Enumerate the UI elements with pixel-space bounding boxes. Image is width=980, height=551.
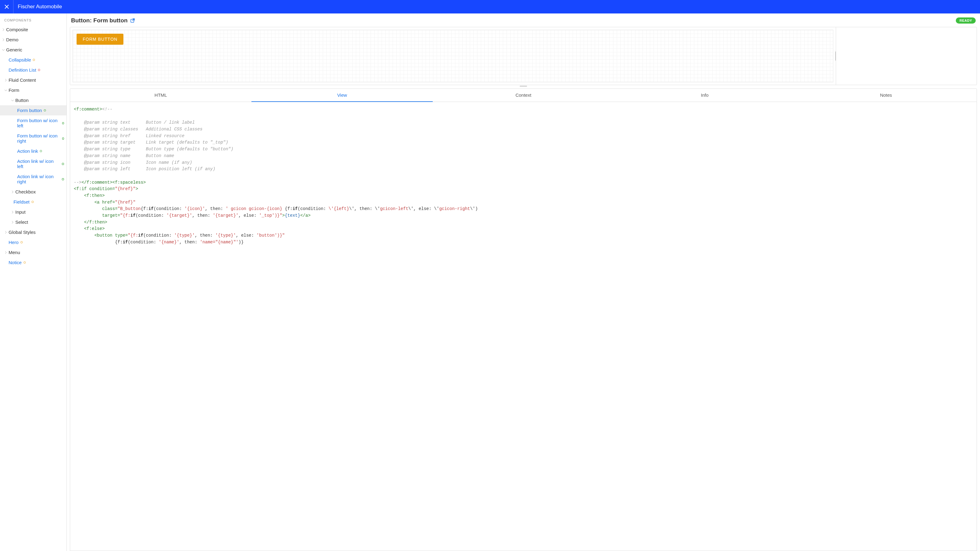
code-token: <a (74, 200, 100, 205)
sidebar-item-action-link[interactable]: Action link (0, 146, 67, 156)
sidebar-item-hero[interactable]: Hero (0, 237, 67, 247)
sidebar-item-form-button-icon-left[interactable]: Form button w/ icon left (0, 115, 67, 131)
code-token: {text} (285, 213, 300, 218)
code-token: , else: (239, 213, 259, 218)
sidebar-item-label: Generic (6, 47, 22, 52)
external-link-icon[interactable] (130, 18, 135, 23)
code-token: 'name="{name}"' (200, 240, 239, 245)
code-token: , then: (195, 233, 215, 238)
sidebar-item-label: Fieldset (13, 199, 30, 205)
code-token: (condition: (128, 240, 159, 245)
sidebar-item-form-button-icon-right[interactable]: Form button w/ icon right (0, 131, 67, 146)
code-token: 'button' (257, 233, 277, 238)
code-token: > (136, 186, 138, 191)
sidebar-item-label: Collapsible (9, 57, 31, 62)
preview-side-panel (836, 27, 977, 85)
code-token: </f:then> (74, 220, 107, 225)
status-dot-icon (44, 109, 46, 111)
code-token: if (123, 240, 128, 245)
chevron-down-icon (11, 99, 14, 102)
code-token: "B_button (118, 206, 141, 211)
sidebar-item-notice[interactable]: Notice (0, 257, 67, 268)
sidebar-item-label: Notice (9, 260, 22, 265)
sidebar-item-action-link-icon-right[interactable]: Action link w/ icon right (0, 171, 67, 187)
code-token: @param string text Button / link label (74, 120, 195, 125)
sidebar-item-menu[interactable]: Menu (0, 247, 67, 257)
resize-handle-horizontal[interactable] (67, 85, 980, 87)
sidebar-item-label: Action link w/ icon right (17, 174, 60, 184)
code-token: gcicon-left (380, 206, 408, 211)
sidebar-item-fluid-content[interactable]: Fluid Content (0, 75, 67, 85)
code-token: (condition: (143, 233, 174, 238)
sidebar-item-checkbox[interactable]: Checkbox (0, 187, 67, 197)
status-dot-icon (24, 261, 26, 264)
status-dot-icon (38, 69, 40, 71)
sidebar-item-label: Form button (17, 108, 42, 113)
code-token: @param string classes Additional CSS cla… (74, 127, 202, 132)
sidebar-item-label: Input (15, 210, 25, 214)
content-header: Button: Form button READY (67, 13, 980, 27)
tabs: HTML View Context Info Notes (70, 89, 977, 102)
chevron-down-icon (2, 48, 5, 51)
sidebar-item-label: Select (15, 219, 28, 225)
code-token: target= (74, 213, 120, 218)
sidebar-item-form-button[interactable]: Form button (0, 105, 67, 115)
sidebar-item-select[interactable]: Select (0, 217, 67, 227)
resize-handle-vertical[interactable] (835, 51, 836, 60)
tab-view[interactable]: View (251, 89, 433, 102)
code-token: '{target}' (213, 213, 239, 218)
code-token: condition= (87, 186, 115, 191)
sidebar-item-form[interactable]: Form (0, 85, 67, 95)
sidebar-item-label: Action link (17, 148, 38, 154)
sidebar-item-label: Demo (6, 37, 18, 42)
sidebar-item-input[interactable]: Input (0, 207, 67, 217)
chevron-right-icon (4, 251, 7, 254)
sidebar-item-global-styles[interactable]: Global Styles (0, 227, 67, 237)
sidebar-item-label: Checkbox (15, 189, 36, 194)
code-token: @param string href Linked resource (74, 133, 185, 138)
code-token: (condition: (153, 206, 185, 211)
code-token: "{href}" (115, 186, 135, 191)
sidebar-item-label: Form (9, 87, 19, 93)
code-token: , then: (192, 213, 213, 218)
code-token: \', then: \' (349, 206, 380, 211)
code-token: --> (74, 180, 81, 185)
tab-html[interactable]: HTML (70, 89, 251, 102)
code-token: , then: (180, 240, 200, 245)
code-token: )}" (274, 213, 282, 218)
code-token: (condition: (298, 206, 329, 211)
chevron-down-icon (4, 89, 7, 92)
code-token: , else: (236, 233, 256, 238)
close-button[interactable] (0, 0, 13, 13)
code-token: if (148, 206, 154, 211)
sidebar-item-label: Action link w/ icon left (17, 159, 60, 169)
sidebar-item-label: Hero (9, 240, 19, 245)
code-token: <f:comment> (74, 107, 102, 112)
tab-notes[interactable]: Notes (795, 89, 977, 102)
tab-info[interactable]: Info (614, 89, 795, 102)
sidebar-item-label: Menu (9, 250, 20, 255)
close-icon (4, 4, 9, 9)
tab-context[interactable]: Context (433, 89, 614, 102)
code-token: href= (100, 200, 115, 205)
content-area: Button: Form button READY FORM BUTTON HT… (67, 13, 980, 551)
preview-form-button[interactable]: FORM BUTTON (76, 34, 123, 45)
sidebar-item-generic[interactable]: Generic (0, 45, 67, 55)
sidebar-item-action-link-icon-left[interactable]: Action link w/ icon left (0, 156, 67, 171)
sidebar-item-button[interactable]: Button (0, 95, 67, 105)
code-token: "{href}" (115, 200, 135, 205)
sidebar-item-demo[interactable]: Demo (0, 35, 67, 45)
chevron-right-icon (4, 79, 7, 82)
sidebar-item-fieldset[interactable]: Fieldset (0, 197, 67, 207)
code-token: )} (239, 240, 244, 245)
code-token: '_top' (259, 213, 274, 218)
code-token: @param string type Button type (defaults… (74, 147, 233, 151)
code-token: '{type}' (215, 233, 236, 238)
chevron-right-icon (11, 221, 14, 224)
sidebar-item-definition-list[interactable]: Definition List (0, 65, 67, 75)
status-badge: READY (956, 17, 976, 24)
sidebar-item-collapsible[interactable]: Collapsible (0, 55, 67, 65)
code-pane[interactable]: <f:comment><!-- @param string text Butto… (70, 102, 977, 551)
code-token: > (282, 213, 285, 218)
sidebar-item-composite[interactable]: Composite (0, 24, 67, 35)
